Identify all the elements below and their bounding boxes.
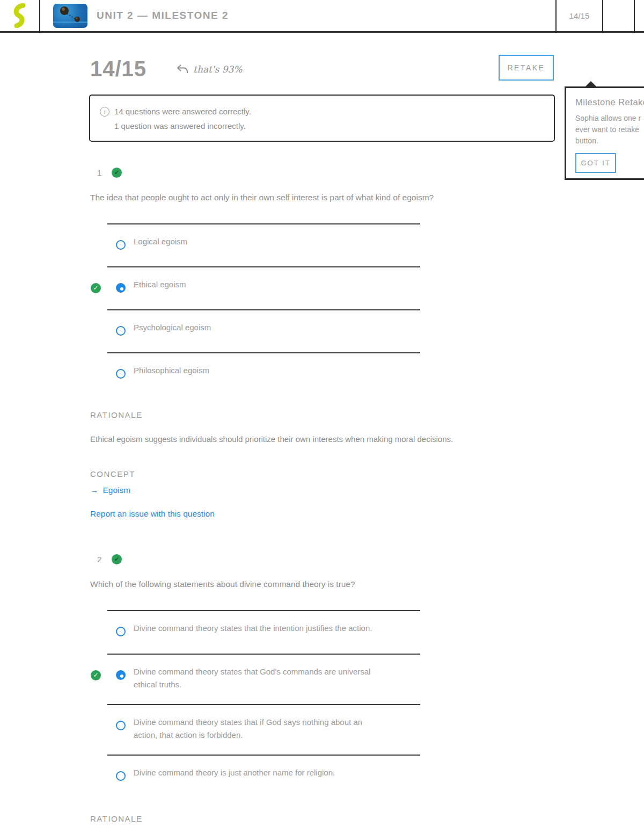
question-1-options: Logical egoism ✓ Ethical egoism Psycholo… — [107, 223, 420, 395]
radio-unselected-icon[interactable] — [116, 240, 126, 250]
option-label: Divine command theory is just another na… — [134, 766, 335, 785]
option-label: Divine command theory states that God's … — [134, 665, 386, 691]
question-2-marker: 2 ✓ — [90, 554, 562, 564]
app-header: UNIT 2 — MILESTONE 2 14/15 — [0, 0, 644, 33]
header-score: 14/15 — [555, 0, 602, 31]
option-label: Ethical egoism — [134, 278, 186, 305]
rationale-heading: RATIONALE — [90, 410, 562, 419]
milestone-results-page: UNIT 2 — MILESTONE 2 14/15 14/15 that's … — [0, 0, 644, 834]
course-thumbnail[interactable] — [53, 4, 87, 28]
question-2: 2 ✓ Which of the following statements ab… — [90, 554, 562, 823]
radio-unselected-icon[interactable] — [116, 326, 126, 336]
answer-option-selected[interactable]: ✓ Divine command theory states that God'… — [107, 654, 420, 704]
popup-body-line: ever want to retake — [575, 124, 644, 135]
radio-unselected-icon[interactable] — [116, 627, 126, 636]
answer-option[interactable]: Divine command theory states that if God… — [107, 704, 420, 755]
radio-unselected-icon[interactable] — [116, 721, 126, 730]
question-text: Which of the following statements about … — [90, 578, 562, 590]
concept-link-label: Egoism — [103, 485, 131, 495]
questions-list: 1 ✓ The idea that people ought to act on… — [90, 168, 562, 823]
score-percent-note: that's 93% — [193, 64, 242, 75]
option-label: Philosophical egoism — [134, 364, 209, 391]
arrow-right-icon: → — [90, 485, 99, 495]
question-correct-icon: ✓ — [112, 554, 122, 564]
popup-body-line: Sophia allows one r — [575, 113, 644, 124]
undo-arrow-icon — [176, 64, 189, 75]
answer-option[interactable]: Logical egoism — [107, 223, 420, 266]
got-it-button[interactable]: GOT IT — [575, 153, 616, 173]
rationale-heading: RATIONALE — [90, 814, 562, 823]
header-score-area: 14/15 — [555, 0, 644, 31]
concept-heading: CONCEPT — [90, 469, 562, 478]
answer-option-selected[interactable]: ✓ Ethical egoism — [107, 266, 420, 309]
results-summary-box: i 14 questions were answered correctly. … — [89, 95, 555, 142]
question-number: 2 — [97, 555, 101, 564]
answer-option[interactable]: Psychological egoism — [107, 309, 420, 352]
question-2-options: Divine command theory states that the in… — [107, 610, 420, 798]
radio-selected-icon[interactable] — [116, 670, 126, 680]
concept-link[interactable]: → Egoism — [90, 485, 130, 495]
popup-pointer-icon — [584, 81, 598, 88]
popup-title: Milestone Retake — [575, 97, 644, 107]
sophia-logo[interactable] — [0, 0, 40, 31]
radio-unselected-icon[interactable] — [116, 369, 126, 379]
question-1-marker: 1 ✓ — [90, 168, 562, 178]
answer-option[interactable]: Divine command theory is just another na… — [107, 755, 420, 798]
question-number: 1 — [97, 168, 101, 177]
summary-incorrect-text: 1 question was answered incorrectly. — [114, 119, 246, 133]
retake-button[interactable]: RETAKE — [499, 55, 554, 81]
option-label: Logical egoism — [134, 235, 187, 262]
correct-answer-check-icon: ✓ — [91, 283, 101, 293]
summary-incorrect-line: 1 question was answered incorrectly. — [100, 119, 554, 133]
info-icon: i — [100, 107, 109, 117]
popup-body: Sophia allows one r ever want to retake … — [575, 113, 644, 147]
option-label: Divine command theory states that if God… — [134, 716, 386, 742]
radio-unselected-icon[interactable] — [116, 771, 126, 781]
score-note: that's 93% — [176, 64, 242, 75]
score-display: 14/15 — [90, 57, 147, 81]
summary-correct-text: 14 questions were answered correctly. — [114, 104, 251, 119]
correct-answer-check-icon: ✓ — [91, 670, 101, 680]
rationale-text: Ethical egoism suggests individuals shou… — [90, 433, 562, 445]
answer-option[interactable]: Philosophical egoism — [107, 352, 420, 395]
header-cell-empty — [602, 0, 634, 31]
sophia-logo-icon — [9, 3, 31, 28]
milestone-retake-popup: Milestone Retake Sophia allows one r eve… — [565, 86, 644, 180]
question-1: 1 ✓ The idea that people ought to act on… — [90, 168, 562, 519]
option-label: Divine command theory states that the in… — [134, 622, 372, 641]
report-issue-link[interactable]: Report an issue with this question — [90, 509, 215, 519]
radio-selected-icon[interactable] — [116, 283, 126, 293]
question-correct-icon: ✓ — [112, 168, 122, 178]
summary-correct-line: i 14 questions were answered correctly. — [100, 104, 554, 119]
popup-body-line: button. — [575, 135, 644, 147]
pendulum-illustration — [53, 4, 87, 28]
header-cell-edge — [634, 0, 644, 31]
score-banner: 14/15 that's 93% — [90, 57, 644, 81]
option-label: Psychological egoism — [134, 321, 211, 348]
page-title: UNIT 2 — MILESTONE 2 — [97, 10, 229, 21]
answer-option[interactable]: Divine command theory states that the in… — [107, 610, 420, 654]
question-text: The idea that people ought to act only i… — [90, 191, 562, 204]
